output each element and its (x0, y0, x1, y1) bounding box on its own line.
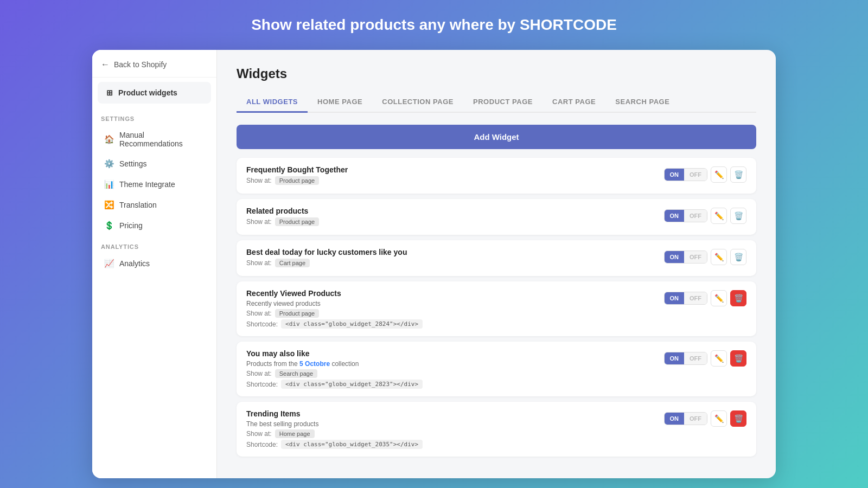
widget-card-trending-items: Trending Items The best selling products… (237, 402, 756, 457)
toggle-group: ON OFF (664, 209, 708, 222)
sidebar-item-label-analytics: Analytics (119, 259, 150, 268)
widget-name: Trending Items (246, 409, 664, 418)
back-arrow-icon: ← (101, 60, 110, 69)
widget-card-you-may-also-like: You may also like Products from the 5 Oc… (237, 342, 756, 396)
widget-controls: ON OFF ✏️ 🗑️ (664, 208, 747, 224)
translation-icon: 🔀 (104, 200, 114, 210)
product-widgets-label: Product widgets (118, 88, 177, 97)
sidebar-item-translation[interactable]: 🔀 Translation (95, 195, 213, 215)
show-at-label: Show at: (246, 430, 272, 438)
toggle-off-button[interactable]: OFF (684, 292, 707, 304)
toggle-off-button[interactable]: OFF (684, 413, 707, 425)
shortcode-value: <div class="globo_widget_2823"></div> (281, 380, 423, 389)
settings-icon: ⚙️ (104, 159, 114, 169)
delete-button[interactable]: 🗑️ (730, 208, 746, 224)
add-widget-button[interactable]: Add Widget (237, 125, 756, 149)
app-container: ← Back to Shopify ⊞ Product widgets SETT… (92, 50, 776, 478)
toggle-group: ON OFF (664, 352, 708, 365)
edit-button[interactable]: ✏️ (711, 290, 727, 306)
delete-button[interactable]: 🗑️ (730, 410, 746, 427)
tab-home-page[interactable]: HOME PAGE (308, 92, 372, 113)
shortcode-label: Shortcode: (246, 320, 278, 328)
shortcode-label: Shortcode: (246, 441, 278, 448)
edit-button[interactable]: ✏️ (711, 350, 727, 367)
show-at-label: Show at: (246, 370, 272, 377)
sidebar-item-settings[interactable]: ⚙️ Settings (95, 154, 213, 174)
widget-sub: Products from the 5 Octobre collection (246, 360, 664, 368)
shortcode-line: Shortcode: <div class="globo_widget_2824… (246, 319, 664, 329)
widget-controls: ON OFF ✏️ 🗑️ (664, 410, 747, 427)
toggle-on-button[interactable]: ON (665, 169, 685, 181)
sidebar-item-label-translation: Translation (119, 201, 157, 209)
widget-info: Related products Show at: Product page (246, 207, 664, 227)
edit-button[interactable]: ✏️ (711, 410, 727, 427)
widget-show-at: Show at: Product page (246, 176, 664, 185)
edit-button[interactable]: ✏️ (711, 166, 727, 183)
widget-info: Frequently Bought Together Show at: Prod… (246, 165, 664, 186)
product-widgets-item[interactable]: ⊞ Product widgets (98, 82, 211, 104)
widget-name: Related products (246, 207, 664, 215)
delete-button[interactable]: 🗑️ (730, 249, 746, 265)
toggle-group: ON OFF (664, 412, 708, 425)
theme-integrate-icon: 📊 (104, 179, 114, 189)
toggle-on-button[interactable]: ON (665, 292, 685, 304)
tab-search-page[interactable]: SEARCH PAGE (605, 92, 679, 113)
sub-link[interactable]: 5 Octobre (299, 360, 330, 368)
sidebar-item-manual-recommendations[interactable]: 🏠 Manual Recommendations (95, 126, 213, 153)
edit-button[interactable]: ✏️ (711, 249, 727, 265)
widget-controls: ON OFF ✏️ 🗑️ (664, 290, 747, 306)
page-badge: Product page (275, 309, 319, 318)
page-badge: Home page (275, 429, 315, 438)
delete-button[interactable]: 🗑️ (730, 350, 746, 367)
tab-product-page[interactable]: PRODUCT PAGE (463, 92, 542, 113)
page-badge: Search page (275, 369, 317, 378)
toggle-off-button[interactable]: OFF (684, 210, 707, 222)
page-badge: Product page (275, 217, 319, 226)
tab-cart-page[interactable]: CART PAGE (542, 92, 605, 113)
sidebar-item-theme-integrate[interactable]: 📊 Theme Integrate (95, 175, 213, 194)
shortcode-value: <div class="globo_widget_2824"></div> (281, 319, 423, 329)
pricing-icon: 💲 (104, 221, 114, 230)
tabs-bar: ALL WIDGETS HOME PAGE COLLECTION PAGE PR… (237, 92, 756, 113)
toggle-group: ON OFF (664, 168, 708, 181)
toggle-off-button[interactable]: OFF (684, 352, 707, 364)
shortcode-line: Shortcode: <div class="globo_widget_2823… (246, 380, 664, 389)
show-at-label: Show at: (246, 177, 272, 184)
widget-info: Recently Viewed Products Recently viewed… (246, 289, 664, 329)
analytics-section-label: ANALYTICS (92, 236, 216, 253)
widget-card-frequently-bought-together: Frequently Bought Together Show at: Prod… (237, 158, 756, 194)
widget-card-best-deal-today: Best deal today for lucky customers like… (237, 240, 756, 276)
sidebar: ← Back to Shopify ⊞ Product widgets SETT… (92, 50, 217, 478)
widget-show-at: Show at: Search page (246, 369, 664, 378)
widgets-title: Widgets (237, 66, 756, 81)
shortcode-value: <div class="globo_widget_2035"></div> (281, 440, 423, 449)
delete-button[interactable]: 🗑️ (730, 290, 746, 306)
delete-button[interactable]: 🗑️ (730, 166, 746, 183)
toggle-off-button[interactable]: OFF (684, 251, 707, 263)
back-to-shopify-link[interactable]: ← Back to Shopify (92, 50, 216, 78)
sub-suffix: collection (330, 360, 359, 368)
sidebar-item-label-pricing: Pricing (119, 221, 143, 230)
manual-recommendations-icon: 🏠 (104, 134, 114, 144)
widget-controls: ON OFF ✏️ 🗑️ (664, 249, 747, 265)
widget-show-at: Show at: Cart page (246, 259, 664, 267)
tab-collection-page[interactable]: COLLECTION PAGE (372, 92, 463, 113)
toggle-on-button[interactable]: ON (665, 210, 685, 222)
toggle-group: ON OFF (664, 251, 708, 264)
widget-name: Best deal today for lucky customers like… (246, 248, 664, 256)
sidebar-item-pricing[interactable]: 💲 Pricing (95, 216, 213, 235)
main-content: Widgets ALL WIDGETS HOME PAGE COLLECTION… (217, 50, 776, 478)
edit-button[interactable]: ✏️ (711, 208, 727, 224)
widget-name: Frequently Bought Together (246, 165, 664, 174)
widget-show-at: Show at: Product page (246, 309, 664, 318)
shortcode-label: Shortcode: (246, 381, 278, 388)
sidebar-item-analytics[interactable]: 📈 Analytics (95, 254, 213, 273)
toggle-on-button[interactable]: ON (665, 251, 685, 263)
toggle-off-button[interactable]: OFF (684, 169, 707, 181)
toggle-on-button[interactable]: ON (665, 413, 685, 425)
widget-card-related-products: Related products Show at: Product page O… (237, 199, 756, 235)
toggle-on-button[interactable]: ON (665, 352, 685, 364)
toggle-group: ON OFF (664, 292, 708, 305)
widget-controls: ON OFF ✏️ 🗑️ (664, 350, 747, 367)
tab-all-widgets[interactable]: ALL WIDGETS (237, 92, 308, 113)
